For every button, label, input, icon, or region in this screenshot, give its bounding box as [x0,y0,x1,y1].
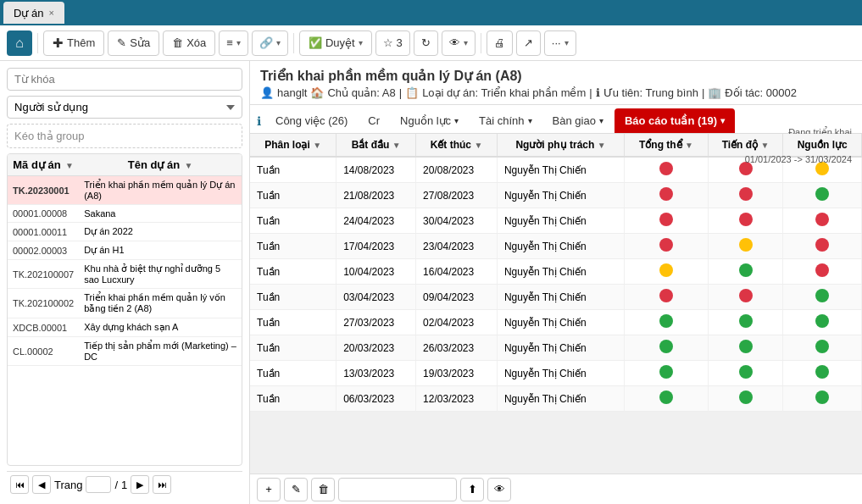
project-row[interactable]: XDCB.00001 Xây dựng khách sạn A [8,318,242,337]
cell-tien-do [708,310,783,335]
filter-name-icon[interactable]: ▼ [185,161,193,170]
add-button[interactable]: ✚ Thêm [43,30,104,56]
project-table: Mã dự án ▼ Tên dự án ▼ TK.20230001 Triển… [7,153,242,466]
table-row[interactable]: Tuần 13/03/2023 19/03/2023 Nguyễn Thị Ch… [250,361,862,386]
filter-code-icon[interactable]: ▼ [65,161,74,170]
bottom-upload-button[interactable]: ⬆ [460,478,484,501]
cell-tong-the [625,285,709,310]
view-button[interactable]: 👁 ▾ [442,30,475,56]
bottom-edit-button[interactable]: ✎ [284,478,308,501]
bottom-delete-button[interactable]: 🗑 [311,478,335,501]
th-tien-do: Tiến độ ▼ [708,134,783,157]
dot-tien-do [739,390,753,404]
cell-ket-thuc: 19/03/2023 [416,361,498,386]
tab-ban-giao[interactable]: Bàn giao ▾ [543,109,613,132]
filter-tong-the[interactable]: ▼ [685,141,693,150]
tab-du-an[interactable]: Dự án × [3,2,64,24]
cell-bat-dau: 17/04/2023 [336,234,416,259]
link-button[interactable]: 🔗 ▾ [252,30,288,56]
project-row[interactable]: TK.20230001 Triển khai phần mềm quản lý … [8,176,242,205]
project-row[interactable]: TK.202100002 Triển khai phần mềm quản lý… [8,289,242,318]
project-row[interactable]: 00002.00003 Dự án H1 [8,241,242,260]
dot-tong-the [659,289,673,302]
meta-user: hanglt [277,86,307,99]
bottom-add-button[interactable]: + [257,478,281,501]
project-name: Tiếp thị sản phẩm mới (Marketing) – DC [79,337,242,366]
last-page-button[interactable]: ⏭ [153,475,171,494]
filter-nguoi-phu-trach[interactable]: ▼ [598,141,606,150]
project-row[interactable]: TK.202100007 Khu nhà ở biệt thự nghỉ dưỡ… [8,260,242,289]
col-name-header: Tên dự án ▼ [79,154,242,176]
cell-nguon-luc [783,310,862,335]
eye-icon: 👁 [449,36,460,49]
table-row[interactable]: Tuần 21/08/2023 27/08/2023 Nguyễn Thị Ch… [250,183,862,208]
page-input[interactable]: 1 [86,476,111,493]
tab-tai-chinh[interactable]: Tài chính ▾ [470,109,541,132]
cell-phan-loai: Tuần [250,386,336,412]
star-button[interactable]: ☆ 3 [375,30,410,56]
prev-page-button[interactable]: ◀ [32,475,51,494]
project-title: Triển khai phần mềm quản lý Dự án (A8) [260,68,852,84]
more-button[interactable]: ··· ▾ [544,30,576,56]
separator2 [293,33,294,53]
refresh-button[interactable]: ↻ [414,30,438,56]
table-row[interactable]: Tuần 27/03/2023 02/04/2023 Nguyễn Thị Ch… [250,310,862,335]
tab-bao-cao-tuan[interactable]: Báo cáo tuần (19) ▾ [615,108,735,133]
share-button[interactable]: ↗ [516,30,541,56]
cell-ket-thuc: 20/08/2023 [416,157,498,183]
tab-nguon-luc[interactable]: Nguồn lực ▾ [391,109,468,132]
bottom-eye-icon: 👁 [494,483,505,496]
tab-tai-chinh-label: Tài chính [479,114,524,127]
cell-bat-dau: 06/03/2023 [336,386,416,412]
dot-tong-the [659,187,673,201]
edit-button[interactable]: ✎ Sửa [108,30,159,56]
bottom-view-button[interactable]: 👁 [487,478,511,501]
table-row[interactable]: Tuần 06/03/2023 12/03/2023 Nguyễn Thị Ch… [250,386,862,412]
data-table-wrap: Phân loại ▼ Bắt đầu ▼ Kết thúc ▼ Người p… [250,134,862,474]
cell-phan-loai: Tuần [250,208,336,234]
menu-button[interactable]: ≡ ▾ [219,30,248,56]
project-code: 00002.00003 [8,241,79,260]
cell-nguon-luc [783,183,862,208]
tab-cong-viec[interactable]: Công việc (26) [266,109,357,132]
separator [37,33,38,53]
filter-bat-dau[interactable]: ▼ [392,141,401,150]
user-select[interactable]: Người sử dụng [7,96,242,119]
dot-nguon-luc [815,238,829,252]
dot-tong-the [659,263,673,277]
next-page-button[interactable]: ▶ [131,475,149,494]
project-row[interactable]: CL.00002 Tiếp thị sản phẩm mới (Marketin… [8,337,242,366]
project-row[interactable]: 00001.00011 Dự án 2022 [8,223,242,241]
approve-button[interactable]: ✅ Duyệt ▾ [299,30,372,56]
table-row[interactable]: Tuần 24/04/2023 30/04/2023 Nguyễn Thị Ch… [250,208,862,234]
table-row[interactable]: Tuần 17/04/2023 23/04/2023 Nguyễn Thị Ch… [250,234,862,259]
keyword-input[interactable] [7,68,242,91]
table-row[interactable]: Tuần 20/03/2023 26/03/2023 Nguyễn Thị Ch… [250,335,862,361]
cell-nguon-luc [783,335,862,361]
meta-info-icon: ℹ [596,86,600,99]
meta-chu-quan: Chủ quản: A8 [327,86,395,99]
bottom-edit-icon: ✎ [292,483,301,496]
filter-ket-thuc[interactable]: ▼ [474,141,482,150]
dot-nguon-luc [815,365,829,379]
first-page-button[interactable]: ⏮ [10,475,29,494]
table-row[interactable]: Tuần 03/04/2023 09/04/2023 Nguyễn Thị Ch… [250,285,862,310]
home-button[interactable]: ⌂ [7,30,32,56]
cell-nguon-luc [783,386,862,412]
cell-nguoi-phu-trach: Nguyễn Thị Chiến [497,183,624,208]
bottom-search-input[interactable] [338,478,457,501]
tab-cr[interactable]: Cr [359,109,389,132]
tab-close-icon[interactable]: × [48,8,53,18]
project-code: 00001.00008 [8,205,79,223]
filter-tien-do[interactable]: ▼ [760,141,769,150]
dot-tong-the [659,314,673,328]
project-code: XDCB.00001 [8,318,79,337]
cell-ket-thuc: 16/04/2023 [416,259,498,285]
print-button[interactable]: 🖨 [487,30,513,56]
project-row[interactable]: 00001.00008 Sakana [8,205,242,223]
delete-button[interactable]: 🗑 Xóa [163,30,215,56]
table-row[interactable]: Tuần 10/04/2023 16/04/2023 Nguyễn Thị Ch… [250,259,862,285]
filter-phan-loai[interactable]: ▼ [313,141,321,150]
info-tab-icon[interactable]: ℹ [257,114,261,128]
cell-ket-thuc: 23/04/2023 [416,234,498,259]
